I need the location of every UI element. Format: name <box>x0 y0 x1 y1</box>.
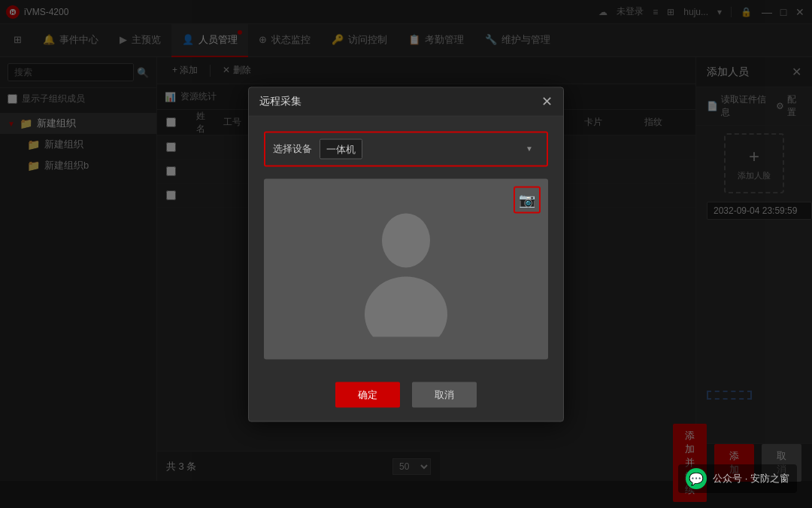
chevron-down-icon: ▼ <box>526 144 533 153</box>
device-label: 选择设备 <box>273 142 312 156</box>
capture-button[interactable]: 📷 <box>514 186 541 213</box>
svg-point-3 <box>365 276 447 336</box>
avatar-silhouette <box>264 178 548 359</box>
dialog-title: 远程采集 <box>259 95 301 108</box>
wechat-icon: 💬 <box>686 468 707 489</box>
device-select[interactable]: 一体机 摄像头 本地 <box>320 138 362 159</box>
watermark: 💬 公众号 · 安防之窗 <box>678 464 797 493</box>
preview-area: 📷 <box>264 178 548 359</box>
device-select-row: 选择设备 一体机 摄像头 本地 ▼ <box>264 131 548 166</box>
cancel-button[interactable]: 取消 <box>412 382 477 407</box>
camera-icon: 📷 <box>519 191 535 208</box>
device-select-wrapper: 一体机 摄像头 本地 ▼ <box>320 138 539 159</box>
confirm-button[interactable]: 确定 <box>335 382 400 407</box>
remote-capture-dialog: 远程采集 ✕ 选择设备 一体机 摄像头 本地 ▼ 📷 <box>248 87 564 421</box>
dialog-close-button[interactable]: ✕ <box>541 95 553 108</box>
svg-point-2 <box>382 213 430 267</box>
watermark-text: 公众号 · 安防之窗 <box>713 472 789 485</box>
dialog-header: 远程采集 ✕ <box>249 87 563 116</box>
dialog-body: 选择设备 一体机 摄像头 本地 ▼ 📷 <box>249 116 563 371</box>
dialog-footer: 确定 取消 <box>249 371 563 421</box>
